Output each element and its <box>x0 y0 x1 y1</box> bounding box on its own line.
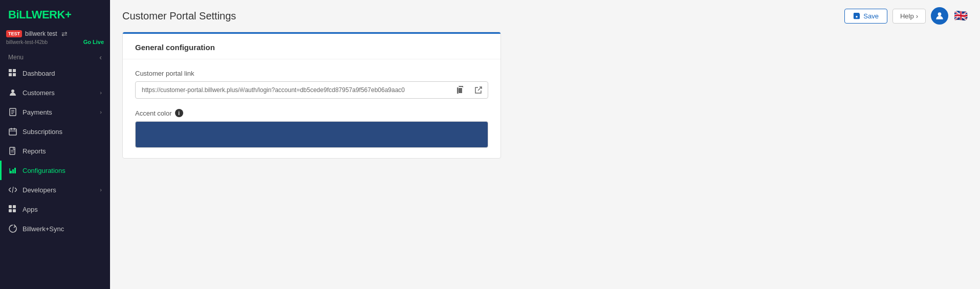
document-icon <box>8 107 17 117</box>
sidebar-item-label: Customers <box>23 89 55 97</box>
sync-icon <box>8 224 17 233</box>
accent-color-label-row: Accent color i <box>135 109 488 117</box>
portal-link-input-row <box>135 81 488 99</box>
sidebar-item-label: Payments <box>23 108 52 116</box>
main-content: Customer Portal Settings Save Help › 🇬🇧 … <box>110 0 980 289</box>
copy-url-button[interactable] <box>451 82 469 98</box>
user-icon <box>935 11 944 20</box>
svg-rect-9 <box>9 129 16 135</box>
sidebar: BiLLWERK+ TEST billwerk test ⇄ billwerk-… <box>0 0 110 289</box>
go-live-button[interactable]: Go Live <box>83 39 104 45</box>
sidebar-item-subscriptions[interactable]: Subscriptions <box>0 122 110 141</box>
sidebar-item-label: Dashboard <box>23 70 55 77</box>
top-bar: Customer Portal Settings Save Help › 🇬🇧 <box>110 0 980 32</box>
sidebar-item-dashboard[interactable]: Dashboard <box>0 63 110 83</box>
env-name: billwerk test <box>25 30 57 37</box>
svg-line-20 <box>12 187 13 193</box>
sidebar-item-billwerksync[interactable]: Billwerk+Sync <box>0 219 110 238</box>
svg-rect-22 <box>13 205 16 208</box>
save-button[interactable]: Save <box>844 9 887 24</box>
menu-collapse-icon[interactable]: ‹ <box>99 53 102 61</box>
sidebar-item-label: Reports <box>23 147 46 155</box>
help-label: Help <box>900 12 914 20</box>
portal-link-label: Customer portal link <box>135 70 488 77</box>
chevron-right-icon: › <box>916 12 918 20</box>
person-icon <box>8 88 17 97</box>
logo-text: BiLLWERK <box>8 8 65 21</box>
open-url-button[interactable] <box>469 82 488 98</box>
info-icon[interactable]: i <box>175 109 183 117</box>
logo-plus: + <box>65 8 71 21</box>
language-flag[interactable]: 🇬🇧 <box>953 9 968 23</box>
env-section: TEST billwerk test ⇄ billwerk-test-f42bb… <box>0 28 110 49</box>
external-link-icon <box>474 86 483 94</box>
svg-line-27 <box>478 87 482 91</box>
code-icon <box>8 185 17 194</box>
logo: BiLLWERK+ <box>0 0 110 28</box>
sidebar-item-developers[interactable]: Developers › <box>0 180 110 199</box>
sidebar-nav: Dashboard Customers › Payments › Subscri… <box>0 63 110 289</box>
card-body: Customer portal link Accent colo <box>123 59 500 158</box>
file-icon <box>8 146 17 155</box>
env-id: billwerk-test-f42bb <box>6 39 48 45</box>
sidebar-item-customers[interactable]: Customers › <box>0 83 110 102</box>
svg-rect-18 <box>12 169 14 173</box>
save-icon <box>853 12 860 19</box>
svg-rect-17 <box>10 171 12 173</box>
swap-icon[interactable]: ⇄ <box>61 30 68 38</box>
grid-icon <box>8 69 17 78</box>
sidebar-item-label: Configurations <box>23 167 66 174</box>
help-button[interactable]: Help › <box>892 9 926 24</box>
svg-rect-0 <box>9 69 12 72</box>
portal-link-input[interactable] <box>136 82 451 98</box>
svg-rect-1 <box>13 69 16 72</box>
test-badge: TEST <box>6 30 22 37</box>
config-card: General configuration Customer portal li… <box>122 32 501 159</box>
chart-icon <box>8 166 17 175</box>
svg-rect-3 <box>13 73 16 76</box>
menu-label-row: Menu ‹ <box>0 49 110 63</box>
sidebar-item-configurations[interactable]: Configurations <box>0 161 110 180</box>
card-title: General configuration <box>123 32 500 59</box>
accent-color-swatch[interactable] <box>135 121 488 148</box>
menu-label: Menu <box>8 54 24 61</box>
sidebar-item-apps[interactable]: Apps <box>0 199 110 219</box>
svg-rect-2 <box>9 73 12 76</box>
sidebar-item-label: Apps <box>23 206 38 213</box>
calendar-icon <box>8 127 17 136</box>
chevron-right-icon: › <box>100 90 102 96</box>
top-bar-actions: Save Help › 🇬🇧 <box>844 7 968 25</box>
apps-icon <box>8 205 17 214</box>
svg-rect-24 <box>13 209 16 212</box>
sidebar-item-label: Developers <box>23 186 56 194</box>
sidebar-item-payments[interactable]: Payments › <box>0 102 110 122</box>
page-title: Customer Portal Settings <box>122 10 236 22</box>
sidebar-item-label: Subscriptions <box>23 128 62 136</box>
save-label: Save <box>863 12 879 20</box>
page-content: General configuration Customer portal li… <box>110 32 980 171</box>
sidebar-item-label: Billwerk+Sync <box>23 225 64 233</box>
svg-point-4 <box>11 90 14 93</box>
svg-point-25 <box>938 12 942 16</box>
chevron-right-icon: › <box>100 109 102 115</box>
svg-rect-21 <box>9 205 12 208</box>
svg-rect-13 <box>10 147 15 154</box>
accent-color-field: Accent color i <box>135 109 488 148</box>
copy-icon <box>456 86 464 94</box>
svg-rect-19 <box>14 168 16 173</box>
portal-link-field: Customer portal link <box>135 70 488 99</box>
user-button[interactable] <box>931 7 948 25</box>
accent-color-label: Accent color <box>135 109 172 117</box>
chevron-right-icon: › <box>100 187 102 193</box>
svg-rect-23 <box>9 209 12 212</box>
sidebar-item-reports[interactable]: Reports <box>0 141 110 161</box>
